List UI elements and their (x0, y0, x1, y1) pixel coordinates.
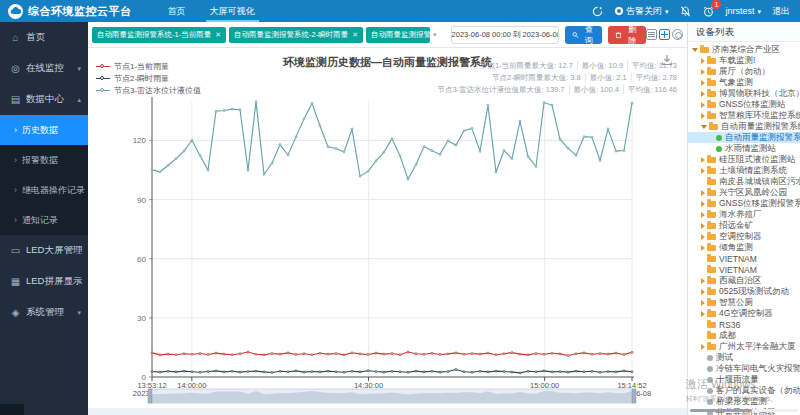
date-range-input[interactable] (451, 26, 559, 44)
caret-closed-icon[interactable] (701, 234, 705, 240)
tree-item[interactable]: 土壤墒情监测系统 (688, 165, 800, 176)
table-view-icon[interactable] (646, 29, 657, 40)
sidebar-item-6[interactable]: ◈系统管理▾ (0, 297, 88, 328)
sidebar-item-3[interactable]: ▤数据中心▴ (0, 84, 88, 115)
caret-closed-icon[interactable] (701, 344, 705, 350)
data-point (335, 148, 337, 150)
data-point (519, 353, 521, 355)
tree-item[interactable]: 展厅（勿动） (688, 66, 800, 77)
sidebar-item-2[interactable]: ◎在线监控▾ (0, 53, 88, 84)
caret-open-icon[interactable] (701, 125, 707, 129)
caret-closed-icon[interactable] (701, 278, 705, 284)
tree-item[interactable]: 自动雨量监测报警系 (688, 132, 800, 143)
caret-closed-icon[interactable] (701, 113, 705, 119)
nav-bigscreen[interactable]: 大屏可视化 (198, 0, 267, 22)
tree-item[interactable]: VIETNAM (688, 264, 800, 275)
logout-button[interactable]: 退出 (772, 5, 790, 18)
sidebar-item-4[interactable]: ▭LED大屏管理 (0, 235, 88, 266)
chevron-icon: ▾ (77, 65, 81, 73)
alarm-clock-icon[interactable]: 1 (702, 5, 714, 17)
caret-closed-icon[interactable] (701, 69, 705, 75)
tree-item[interactable]: VIETNAM (688, 253, 800, 264)
refresh-view-icon[interactable] (672, 29, 683, 40)
caret-closed-icon[interactable] (701, 91, 705, 97)
tree-item[interactable]: 硅压阻式液位监测站 (688, 154, 800, 165)
tab-chip-1[interactable]: 自动雨量监测报警系统-1-当前雨量 ✕ (92, 27, 226, 43)
caret-closed-icon[interactable] (701, 157, 705, 163)
folder-icon (707, 91, 716, 97)
caret-closed-icon[interactable] (701, 223, 705, 229)
tree-item[interactable]: 4G空调控制器 (688, 308, 800, 319)
caret-closed-icon[interactable] (701, 300, 705, 306)
sidebar-item-5[interactable]: ▦LED拼屏显示▾ (0, 266, 88, 297)
tree-item[interactable]: 自动雨量监测报警系统 (688, 121, 800, 132)
caret-open-icon[interactable] (692, 48, 698, 52)
delete-button[interactable]: 删除 (608, 26, 646, 44)
submenu-item-3[interactable]: ›继电器操作记录 (0, 175, 88, 205)
tree-item[interactable]: 水雨情监测站 (688, 143, 800, 154)
tree-item[interactable]: 海水养殖厂 (688, 209, 800, 220)
tree-item[interactable]: RS36 (688, 319, 800, 330)
tree-item[interactable]: 兴宁区凤凰岭公园 (688, 187, 800, 198)
sidebar-collapse-toggle[interactable] (0, 404, 24, 415)
tab-chip-2[interactable]: 自动雨量监测报警系统-2-瞬时雨量 ✕ (229, 27, 363, 43)
close-icon[interactable]: ✕ (352, 27, 358, 43)
caret-closed-icon[interactable] (701, 311, 705, 317)
tree-item[interactable]: 招远金矿 (688, 220, 800, 231)
tab-chip-3[interactable]: 自动雨量监测报警系统-3-雷达水位计液位值 (366, 27, 430, 43)
alarm-toggle[interactable]: 告警关闭 ▾ (615, 5, 669, 18)
refresh-icon[interactable] (592, 5, 604, 17)
datazoom-handle-right[interactable] (632, 389, 636, 403)
tree-item[interactable]: 南皮县城城镇南区污水厂 (688, 176, 800, 187)
data-point (287, 352, 289, 354)
submenu-item-4[interactable]: ›通知记录 (0, 205, 88, 235)
tree-item[interactable]: 广州太平洋金融大厦 (688, 341, 800, 352)
sidebar-item-1[interactable]: ⌂首页 (0, 22, 88, 53)
caret-closed-icon[interactable] (701, 58, 705, 64)
caret-closed-icon[interactable] (701, 201, 705, 207)
tree-item[interactable]: 济南某综合产业区 (688, 44, 800, 55)
tree-item[interactable]: 气象监测 (688, 77, 800, 88)
data-point (303, 118, 305, 120)
caret-closed-icon[interactable] (701, 212, 705, 218)
tabs-overflow-caret-icon[interactable]: ▾ (433, 31, 437, 39)
tree-item[interactable]: 冷链车间电气火灾报警器 (688, 363, 800, 374)
tree-item[interactable]: 车载监测! (688, 55, 800, 66)
header-nav: 首页 大屏可视化 (156, 0, 267, 22)
tree-item[interactable]: 倾角监测 (688, 242, 800, 253)
tree-item[interactable]: 测试 (688, 352, 800, 363)
horizontal-scrollbar[interactable] (690, 409, 798, 412)
bell-muted-icon[interactable] (679, 5, 691, 17)
caret-closed-icon[interactable] (701, 245, 705, 251)
tree-item[interactable]: 智慧公厕 (688, 297, 800, 308)
tree-item[interactable]: 博翼物联科技（北京）有 (688, 88, 800, 99)
sidebar-item-label: 首页 (26, 31, 45, 44)
tree-item[interactable]: 成都 (688, 330, 800, 341)
data-point (391, 138, 393, 140)
tree-item[interactable]: 空调控制器 (688, 231, 800, 242)
tree-item[interactable]: GNSS位移监测报警系统 (688, 198, 800, 209)
tree-item[interactable]: 西藏自治区 (688, 275, 800, 286)
submenu-item-2[interactable]: ›报警数据 (0, 145, 88, 175)
caret-closed-icon[interactable] (701, 80, 705, 86)
caret-closed-icon[interactable] (701, 289, 705, 295)
user-menu[interactable]: jnrstest ▾ (725, 6, 761, 16)
submenu-item-1[interactable]: ›历史数据 (0, 115, 88, 145)
history-line-chart[interactable]: 030609012013:53:122023-06-0814:00:002023… (88, 48, 687, 408)
tree-item[interactable]: 智慧粮库环境监控系统 (688, 110, 800, 121)
caret-closed-icon[interactable] (701, 190, 705, 196)
query-button[interactable]: 查询 (565, 26, 603, 44)
caret-closed-icon[interactable] (701, 168, 705, 174)
tree-item[interactable]: GNSS位移监测站 (688, 99, 800, 110)
caret-closed-icon[interactable] (701, 102, 705, 108)
nav-home[interactable]: 首页 (156, 0, 198, 22)
tree-item[interactable]: 桥梁形变监测 (688, 396, 800, 407)
tree-item[interactable]: 0525现场测试勿动 (688, 286, 800, 297)
tree-item[interactable]: 十堰雨流量 (688, 374, 800, 385)
chart-view-icon[interactable] (659, 29, 670, 40)
datazoom-handle-left[interactable] (148, 389, 152, 403)
tree-item[interactable]: 客户的真实设备（勿动） (688, 385, 800, 396)
data-point (367, 370, 369, 372)
data-point (455, 144, 457, 146)
close-icon[interactable]: ✕ (215, 27, 221, 43)
